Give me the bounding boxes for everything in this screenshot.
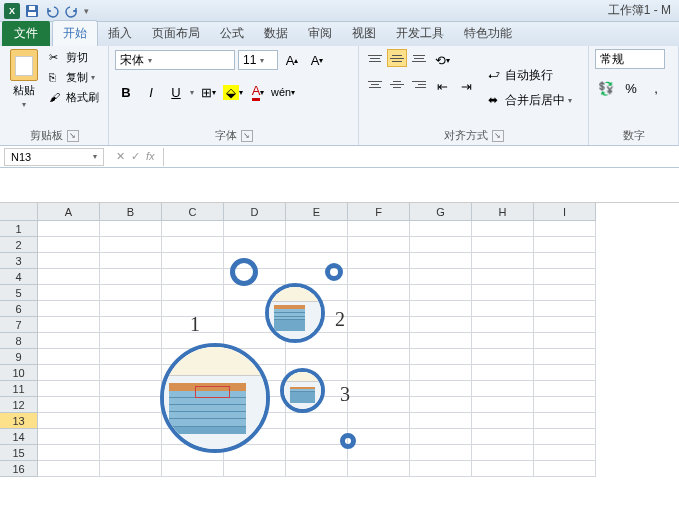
row-header[interactable]: 4 xyxy=(0,269,38,285)
row-header[interactable]: 10 xyxy=(0,365,38,381)
cell[interactable] xyxy=(410,269,472,285)
cell[interactable] xyxy=(224,221,286,237)
cell[interactable] xyxy=(224,253,286,269)
align-right-button[interactable] xyxy=(409,75,429,93)
cell[interactable] xyxy=(224,317,286,333)
cell[interactable] xyxy=(534,317,596,333)
cell[interactable] xyxy=(410,301,472,317)
copy-button[interactable]: ⎘复制▾ xyxy=(46,69,102,86)
row-header[interactable]: 8 xyxy=(0,333,38,349)
align-middle-button[interactable] xyxy=(387,49,407,67)
cell[interactable] xyxy=(286,237,348,253)
cell[interactable] xyxy=(162,365,224,381)
cell[interactable] xyxy=(410,333,472,349)
save-icon[interactable] xyxy=(24,3,40,19)
cell[interactable] xyxy=(534,381,596,397)
cell[interactable] xyxy=(534,413,596,429)
cell[interactable] xyxy=(534,285,596,301)
tab-data[interactable]: 数据 xyxy=(254,21,298,46)
cell[interactable] xyxy=(38,413,100,429)
cell[interactable] xyxy=(348,269,410,285)
cell[interactable] xyxy=(410,365,472,381)
cell[interactable] xyxy=(162,461,224,477)
tab-file[interactable]: 文件 xyxy=(2,21,50,46)
cell[interactable] xyxy=(100,333,162,349)
font-color-button[interactable]: A▾ xyxy=(247,81,269,103)
cell[interactable] xyxy=(38,461,100,477)
clipboard-launcher[interactable]: ↘ xyxy=(67,130,79,142)
row-header[interactable]: 14 xyxy=(0,429,38,445)
align-top-button[interactable] xyxy=(365,49,385,67)
undo-icon[interactable] xyxy=(44,3,60,19)
cell[interactable] xyxy=(348,285,410,301)
orientation-button[interactable]: ⟲▾ xyxy=(431,49,453,71)
cell[interactable] xyxy=(472,429,534,445)
cell[interactable] xyxy=(100,269,162,285)
cell[interactable] xyxy=(224,461,286,477)
cell[interactable] xyxy=(224,237,286,253)
cell[interactable] xyxy=(472,445,534,461)
name-box[interactable]: N13▾ xyxy=(4,148,104,166)
cell[interactable] xyxy=(472,381,534,397)
cells-area[interactable] xyxy=(38,221,596,477)
cell[interactable] xyxy=(472,461,534,477)
cell[interactable] xyxy=(410,253,472,269)
cell[interactable] xyxy=(224,285,286,301)
cell[interactable] xyxy=(100,253,162,269)
cell[interactable] xyxy=(224,301,286,317)
cell[interactable] xyxy=(472,413,534,429)
cell[interactable] xyxy=(410,397,472,413)
accept-formula-icon[interactable]: ✓ xyxy=(131,150,140,163)
align-bottom-button[interactable] xyxy=(409,49,429,67)
cancel-formula-icon[interactable]: ✕ xyxy=(116,150,125,163)
redo-icon[interactable] xyxy=(64,3,80,19)
cell[interactable] xyxy=(472,285,534,301)
wrap-text-button[interactable]: ⮐自动换行 xyxy=(485,66,575,85)
cell[interactable] xyxy=(224,333,286,349)
cell[interactable] xyxy=(534,461,596,477)
cell[interactable] xyxy=(224,397,286,413)
cell[interactable] xyxy=(534,445,596,461)
cell[interactable] xyxy=(162,429,224,445)
cell[interactable] xyxy=(162,413,224,429)
row-header[interactable]: 7 xyxy=(0,317,38,333)
tab-layout[interactable]: 页面布局 xyxy=(142,21,210,46)
cell[interactable] xyxy=(410,237,472,253)
cell[interactable] xyxy=(410,429,472,445)
cell[interactable] xyxy=(100,461,162,477)
cell[interactable] xyxy=(472,221,534,237)
cell[interactable] xyxy=(348,221,410,237)
cell[interactable] xyxy=(100,221,162,237)
cell[interactable] xyxy=(410,221,472,237)
cell[interactable] xyxy=(286,333,348,349)
cell[interactable] xyxy=(38,445,100,461)
comma-button[interactable]: , xyxy=(645,77,667,99)
cell[interactable] xyxy=(38,269,100,285)
cell[interactable] xyxy=(162,349,224,365)
cell[interactable] xyxy=(162,301,224,317)
cell[interactable] xyxy=(472,333,534,349)
font-size-combo[interactable]: 11▾ xyxy=(238,50,278,70)
cell[interactable] xyxy=(472,317,534,333)
cell[interactable] xyxy=(100,413,162,429)
row-header[interactable]: 9 xyxy=(0,349,38,365)
cell[interactable] xyxy=(100,445,162,461)
cell[interactable] xyxy=(224,413,286,429)
cell[interactable] xyxy=(100,317,162,333)
cell[interactable] xyxy=(38,221,100,237)
cell[interactable] xyxy=(286,349,348,365)
tab-developer[interactable]: 开发工具 xyxy=(386,21,454,46)
spreadsheet-grid[interactable]: A B C D E F G H I 1234567891011121314151… xyxy=(0,203,679,477)
row-header[interactable]: 2 xyxy=(0,237,38,253)
row-header[interactable]: 3 xyxy=(0,253,38,269)
cell[interactable] xyxy=(100,285,162,301)
cell[interactable] xyxy=(286,413,348,429)
col-header[interactable]: D xyxy=(224,203,286,221)
cut-button[interactable]: ✂剪切 xyxy=(46,49,102,66)
cell[interactable] xyxy=(286,285,348,301)
cell[interactable] xyxy=(410,413,472,429)
accounting-format-button[interactable]: 💱 xyxy=(595,77,617,99)
cell[interactable] xyxy=(286,365,348,381)
row-header[interactable]: 1 xyxy=(0,221,38,237)
col-header[interactable]: F xyxy=(348,203,410,221)
